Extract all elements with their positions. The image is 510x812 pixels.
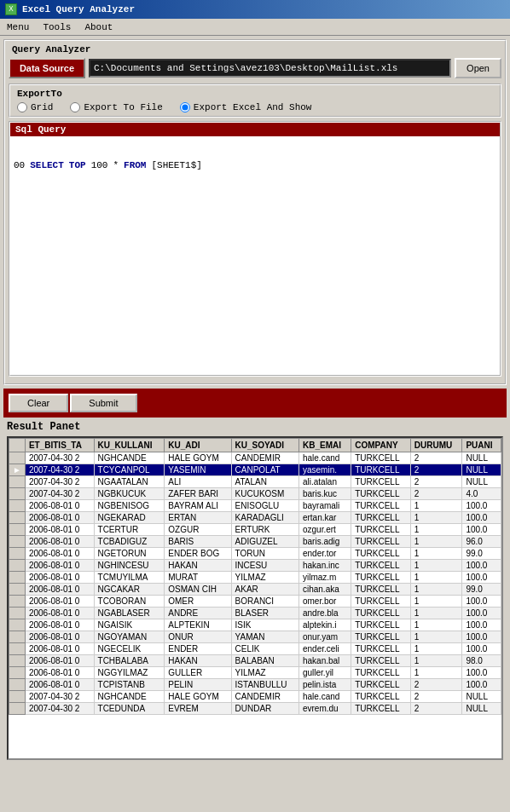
cell-ku_kullani: NGABLASER (94, 608, 165, 619)
cell-kb_emai: alptekin.i (298, 619, 351, 631)
cell-puani: 99.0 (462, 584, 501, 596)
table-row[interactable]: 2006-08-01 0TCERTUROZGURERTURKozgur.ertT… (9, 524, 501, 536)
cell-kb_emai: omer.bor (298, 596, 351, 608)
table-row[interactable]: 2006-08-01 0TCBADIGUZBARISADIGUZELbaris.… (9, 536, 501, 548)
sql-keyword-top: TOP (69, 160, 86, 170)
table-row[interactable]: 2006-08-01 0TCPISTANBPELINISTANBULLUpeli… (9, 679, 501, 691)
table-row[interactable]: 2007-04-30 2NGHCANDEHALE GOYMCANDEMIRhal… (9, 691, 501, 703)
cell-et_bitis_ta: 2006-08-01 0 (25, 548, 94, 560)
cell-ku_adi: ALI (165, 476, 231, 488)
row-indicator (9, 452, 26, 464)
menu-item-tools[interactable]: Tools (39, 21, 74, 33)
cell-durumu: 2 (410, 691, 462, 703)
result-panel: Result Panet ET_BITIS_TA KU_KULLANI KU_A… (3, 418, 507, 763)
menu-item-menu[interactable]: Menu (3, 21, 32, 33)
table-row[interactable]: 2006-08-01 0TCOBORANOMERBORANCIomer.borT… (9, 596, 501, 608)
main-container: Query Analyzer Data Source Open ExportTo… (0, 36, 510, 767)
cell-puani: NULL (462, 476, 501, 488)
result-panel-label: Result Panet (7, 421, 503, 433)
radio-file-label: Export To File (84, 102, 162, 112)
cell-ku_adi: BAYRAM ALI (165, 500, 231, 512)
radio-option-excel[interactable]: Export Excel And Show (180, 102, 312, 112)
cell-puani: 4.0 (462, 488, 501, 500)
table-row[interactable]: 2006-08-01 0NGETORUNENDER BOGTORUNender.… (9, 548, 501, 560)
table-row[interactable]: 2006-08-01 0NGCAKAROSMAN CIHAKARcihan.ak… (9, 584, 501, 596)
cell-ku_soyadi: ADIGUZEL (231, 536, 298, 548)
cell-company: TURKCELL (351, 643, 411, 655)
cell-ku_soyadi: YILMAZ (231, 572, 298, 584)
cell-company: TURKCELL (351, 476, 411, 488)
cell-puani: 98.0 (462, 655, 501, 667)
cell-ku_adi: ZAFER BARI (165, 488, 231, 500)
cell-ku_kullani: TCEDUNDA (94, 703, 165, 715)
cell-kb_emai: hakan.inc (298, 560, 351, 572)
sql-editor[interactable]: 00 SELECT TOP 100 * FROM [SHEET1$] (10, 136, 500, 375)
radio-grid[interactable] (17, 102, 27, 112)
result-table-container[interactable]: ET_BITIS_TA KU_KULLANI KU_ADI KU_SOYADI … (7, 436, 503, 760)
cell-ku_soyadi: ERTURK (231, 524, 298, 536)
table-row[interactable]: 2007-04-30 2NGAATALANALIATALANali.atalan… (9, 476, 501, 488)
cell-ku_kullani: TCMUYILMA (94, 572, 165, 584)
col-company: COMPANY (351, 439, 411, 452)
table-row[interactable]: 2006-08-01 0NGECELIKENDERCELIKender.celi… (9, 643, 501, 655)
datasource-input[interactable] (89, 59, 451, 78)
cell-et_bitis_ta: 2006-08-01 0 (25, 512, 94, 524)
sql-line-1: 00 SELECT TOP 100 * FROM [SHEET1$] (14, 160, 496, 170)
datasource-row: Data Source Open (9, 58, 501, 78)
datasource-button[interactable]: Data Source (9, 58, 85, 78)
table-row[interactable]: 2006-08-01 0NGHINCESUHAKANINCESUhakan.in… (9, 560, 501, 572)
cell-kb_emai: bayramali (298, 500, 351, 512)
row-indicator (9, 703, 26, 715)
submit-button[interactable]: Submit (70, 394, 136, 412)
table-row[interactable]: 2006-08-01 0NGGYILMAZGULLERYILMAZguller.… (9, 667, 501, 679)
table-row[interactable]: 2007-04-30 2NGHCANDEHALE GOYMCANDEMIRhal… (9, 452, 501, 464)
cell-ku_kullani: NGAATALAN (94, 476, 165, 488)
cell-ku_kullani: NGHCANDE (94, 691, 165, 703)
cell-durumu: 1 (410, 500, 462, 512)
table-row[interactable]: 2006-08-01 0TCHBALABAHAKANBALABANhakan.b… (9, 655, 501, 667)
clear-button[interactable]: Clear (9, 394, 68, 412)
cell-ku_kullani: NGBKUCUK (94, 488, 165, 500)
col-ku-soyadi: KU_SOYADI (231, 439, 298, 452)
table-row[interactable]: ►2007-04-30 2TCYCANPOLYASEMINCANPOLATyas… (9, 464, 501, 476)
row-indicator (9, 476, 26, 488)
title-bar: X Excel Query Analyzer (0, 0, 510, 19)
cell-company: TURKCELL (351, 631, 411, 643)
sql-lineno: 00 (14, 160, 25, 170)
table-row[interactable]: 2006-08-01 0NGBENISOGBAYRAM ALIENISOGLUb… (9, 500, 501, 512)
table-row[interactable]: 2006-08-01 0NGABLASERANDREBLASERandre.bl… (9, 608, 501, 619)
cell-kb_emai: ender.tor (298, 548, 351, 560)
menu-item-about[interactable]: About (81, 21, 116, 33)
radio-excel[interactable] (180, 102, 190, 112)
open-button[interactable]: Open (455, 58, 501, 78)
cell-puani: 100.0 (462, 667, 501, 679)
col-et-bitis-ta: ET_BITIS_TA (25, 439, 94, 452)
cell-ku_kullani: TCYCANPOL (94, 464, 165, 476)
radio-excel-label: Export Excel And Show (194, 102, 312, 112)
table-row[interactable]: 2007-04-30 2TCEDUNDAEVREMDUNDARevrem.duT… (9, 703, 501, 715)
radio-option-grid[interactable]: Grid (17, 102, 53, 112)
table-row[interactable]: 2006-08-01 0TCMUYILMAMURATYILMAZyilmaz.m… (9, 572, 501, 584)
radio-file[interactable] (70, 102, 80, 112)
cell-company: TURKCELL (351, 464, 411, 476)
row-indicator (9, 560, 26, 572)
exportto-label: ExportTo (17, 89, 493, 99)
cell-durumu: 1 (410, 584, 462, 596)
sql-keyword-select: SELECT (30, 160, 64, 170)
cell-company: TURKCELL (351, 619, 411, 631)
cell-ku_adi: OZGUR (165, 524, 231, 536)
cell-ku_adi: ENDER (165, 643, 231, 655)
table-row[interactable]: 2006-08-01 0NGAISIKALPTEKINISIKalptekin.… (9, 619, 501, 631)
table-row[interactable]: 2006-08-01 0NGOYAMANONURYAMANonur.yamTUR… (9, 631, 501, 643)
radio-option-file[interactable]: Export To File (70, 102, 162, 112)
cell-puani: NULL (462, 464, 501, 476)
sql-keyword-from: FROM (124, 160, 146, 170)
cell-et_bitis_ta: 2006-08-01 0 (25, 524, 94, 536)
table-row[interactable]: 2006-08-01 0NGEKARADERTANKARADAGLIertan.… (9, 512, 501, 524)
cell-puani: 100.0 (462, 619, 501, 631)
table-row[interactable]: 2007-04-30 2NGBKUCUKZAFER BARIKUCUKOSMba… (9, 488, 501, 500)
cell-durumu: 1 (410, 643, 462, 655)
exportto-panel: ExportTo Grid Export To File Export Exce… (9, 84, 501, 118)
cell-ku_adi: ALPTEKIN (165, 619, 231, 631)
sqlquery-label: Sql Query (10, 123, 500, 136)
